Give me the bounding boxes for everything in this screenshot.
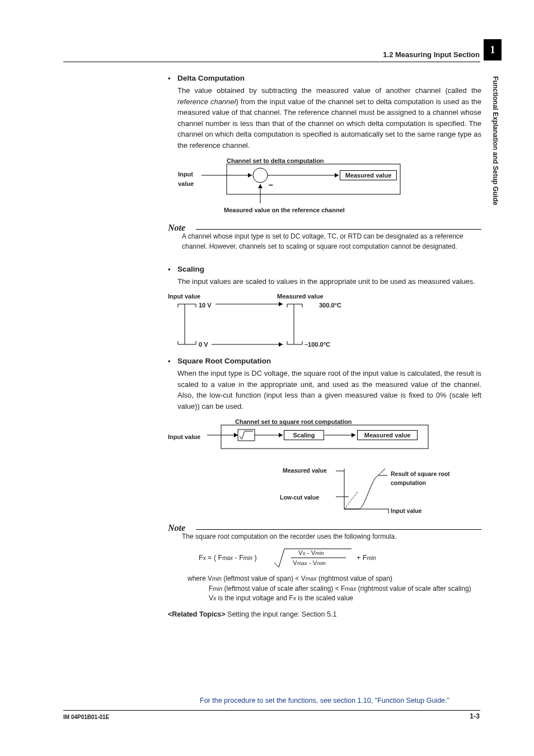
svg-marker-8 <box>258 184 263 188</box>
lbl: Measured value <box>283 466 327 475</box>
footer-rule <box>63 710 480 711</box>
note-intro: The square root computation on the recor… <box>182 532 481 542</box>
sqrt-note: The square root computation on the recor… <box>182 532 481 604</box>
t: value <box>178 180 194 187</box>
note-rule <box>196 229 481 230</box>
svg-point-3 <box>253 168 268 183</box>
box-measured: Measured value <box>357 430 418 440</box>
bullet: • <box>168 264 177 275</box>
where-lines: where Vmin (leftmost value of span) < Vm… <box>188 574 481 603</box>
lbl: Input value <box>391 507 421 516</box>
lbl: Input value <box>168 432 200 442</box>
note-rule <box>196 529 481 530</box>
header-rule <box>63 62 480 62</box>
box-scaling: Scaling <box>284 430 324 440</box>
svg-marker-24 <box>279 302 283 306</box>
delta-heading: Delta Computation <box>177 73 245 84</box>
svg-marker-32 <box>279 433 283 437</box>
lbl: Low-cut value <box>280 493 319 502</box>
svg-text:–: – <box>269 180 273 189</box>
bullet: • <box>168 356 177 367</box>
delta-figure: Channel set to delta computation Inputva… <box>168 156 481 218</box>
sqrt-body: When the input type is DC voltage, the s… <box>177 368 481 412</box>
delta-note: A channel whose input type is set to DC … <box>182 232 481 251</box>
related-label: <Related Topics> <box>168 610 226 618</box>
scaling-svg <box>168 300 353 350</box>
bullet: • <box>168 73 177 84</box>
svg-marker-34 <box>352 433 355 437</box>
scaling-figure: Input value Measured value 10 V 0 V 300.… <box>168 292 481 353</box>
svg-marker-2 <box>248 173 252 178</box>
related-topics: <Related Topics> Setting the input range… <box>168 609 481 620</box>
svg-marker-6 <box>335 173 339 178</box>
section-header: 1.2 Measuring Input Section <box>383 50 480 59</box>
chapter-tab: 1 <box>484 39 502 60</box>
svg-marker-26 <box>279 342 283 347</box>
sqrt-figure: Channel set to square root computation I… <box>168 417 481 518</box>
lbl-ref: Measured value on the reference channel <box>224 206 345 215</box>
svg-marker-29 <box>234 433 238 437</box>
scaling-body: The input values are scaled to values in… <box>177 276 481 287</box>
main-content: • Delta Computation The value obtained b… <box>168 72 481 619</box>
sqrt-heading: Square Root Computation <box>177 356 271 367</box>
lbl: Result of square root computation <box>391 470 458 488</box>
t: reference channel <box>177 97 236 106</box>
t: The value obtained by subtracting the me… <box>177 86 481 95</box>
scaling-heading: Scaling <box>177 264 204 275</box>
box-measured: Measured value <box>340 170 397 180</box>
side-caption: Functional Explanation and Setup Guide <box>487 76 499 300</box>
footer-page: 1-3 <box>470 712 480 720</box>
t: Input <box>178 171 193 178</box>
delta-body: The value obtained by subtracting the me… <box>177 85 481 151</box>
footer-docid: IM 04P01B01-01E <box>63 714 109 720</box>
footer-ref: For the procedure to set the functions, … <box>168 697 481 704</box>
formula: Fx = ( Fmax - Fmin ) Vx - Vmin Vmax - Vm… <box>199 546 481 568</box>
related-text: Setting the input range: Section 5.1 <box>226 610 337 618</box>
lbl-input: Inputvalue <box>178 170 194 188</box>
